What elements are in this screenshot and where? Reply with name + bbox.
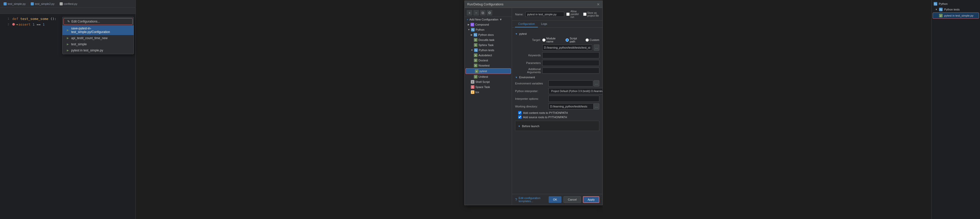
- tree-toolbar: + − ⧉ ⚙: [465, 9, 512, 17]
- docutils-icon: D: [474, 38, 477, 42]
- tree-sphinx[interactable]: S Sphinx Task: [465, 43, 512, 48]
- edit-templates-link[interactable]: Edit configuration templates...: [519, 197, 549, 203]
- interpreter-options-label: Interpreter options:: [515, 97, 548, 100]
- before-launch-title: Before launch: [522, 125, 539, 128]
- tree-autodetect[interactable]: A Autodetect: [465, 53, 512, 58]
- add-config-button[interactable]: +: [467, 10, 473, 16]
- tree-nosetest[interactable]: N Nosetest: [465, 63, 512, 68]
- dialog-footer: ? Edit configuration templates... OK Can…: [512, 194, 602, 205]
- script-path-row: …: [515, 44, 599, 51]
- unittest-icon: U: [474, 75, 477, 79]
- working-dir-row: Working directory: …: [515, 103, 599, 110]
- allow-parallel-checkbox[interactable]: Allow parallel run: [566, 10, 581, 18]
- parameters-label: Parameters: [515, 61, 541, 65]
- run-icon: ▶: [66, 36, 70, 40]
- env-vars-row: Environment variables …: [515, 80, 599, 86]
- copy-config-button[interactable]: ⧉: [480, 10, 486, 16]
- add-source-roots-row: Add source roots to PYTHONPATH: [515, 115, 599, 119]
- custom-radio[interactable]: Custom: [585, 38, 599, 42]
- additional-args-input[interactable]: [542, 68, 599, 74]
- tab-configuration[interactable]: Configuration: [515, 21, 538, 27]
- store-as-project-check[interactable]: [583, 13, 587, 16]
- settings-config-button[interactable]: ⚙: [487, 10, 492, 16]
- chevron-right-icon: ▶: [468, 23, 469, 26]
- right-python-tests[interactable]: ▼ Py Python tests: [932, 6, 980, 12]
- module-name-radio-input[interactable]: [542, 38, 546, 42]
- pytest-item[interactable]: ▶ pytest in test_simple.py: [62, 47, 134, 54]
- name-input[interactable]: [525, 12, 564, 17]
- code-content: assert 1 == 1: [18, 22, 45, 26]
- tab-label: test_simple2.py: [35, 2, 54, 5]
- tree-tox[interactable]: t tox: [465, 90, 512, 95]
- tree-python[interactable]: ▼ Py Python: [465, 27, 512, 32]
- interpreter-select[interactable]: Project Default (Python 3.9 (testit)) D:…: [548, 88, 602, 94]
- tree-space-task[interactable]: S Space Task: [465, 84, 512, 90]
- chevron-down-icon: ▼: [935, 8, 937, 11]
- shell-icon: S: [471, 80, 474, 84]
- plus-icon: +: [467, 18, 468, 21]
- ok-button[interactable]: OK: [549, 196, 562, 203]
- test-simple-item[interactable]: ▶ test_simple: [62, 41, 134, 47]
- cancel-button[interactable]: Cancel: [563, 196, 581, 203]
- tree-python-tests[interactable]: ▼ Py Python tests: [465, 48, 512, 53]
- tree-python-docs[interactable]: ▶ Py Python docs: [465, 32, 512, 37]
- tab-logs[interactable]: Logs: [538, 21, 550, 27]
- add-content-roots-checkbox[interactable]: [518, 111, 522, 114]
- tree-docutils[interactable]: D Docutils task: [465, 37, 512, 43]
- script-path-radio-input[interactable]: [566, 38, 569, 42]
- before-launch-divider: ▼ Before launch: [518, 125, 597, 128]
- right-python-tests-label: Python tests: [944, 8, 960, 11]
- target-radio-group: Module name Script path Custom: [542, 37, 599, 43]
- env-vars-browse-button[interactable]: …: [594, 80, 599, 86]
- run-icon: ▶: [66, 29, 70, 32]
- api-testit-item[interactable]: ▶ api_testit_count_time_new: [62, 35, 134, 41]
- pytest-section: ▼ pytest: [515, 32, 599, 35]
- script-path-radio[interactable]: Script path: [566, 37, 583, 43]
- custom-radio-input[interactable]: [585, 38, 589, 42]
- working-dir-browse-button[interactable]: …: [594, 103, 599, 110]
- close-icon[interactable]: ✕: [597, 2, 600, 6]
- py-tests-icon: Py: [474, 48, 478, 52]
- run-icon: ▶: [66, 49, 70, 52]
- allow-parallel-check[interactable]: [566, 13, 570, 16]
- store-as-project-checkbox[interactable]: Store as project file: [583, 10, 599, 18]
- tab-test-simple2[interactable]: test_simple2.py: [28, 0, 57, 7]
- env-vars-input[interactable]: [548, 80, 593, 86]
- apply-button[interactable]: Apply: [583, 196, 599, 203]
- edit-icon: ✎: [67, 20, 70, 23]
- tree-shell[interactable]: S Shell Script: [465, 79, 512, 84]
- interpreter-options-row: Interpreter options:: [515, 96, 599, 102]
- chevron-down-icon: ▼: [468, 29, 470, 31]
- run-debug-dialog: Run/Debug Configurations ✕ + − ⧉ ⚙ + Add…: [465, 0, 603, 205]
- remove-config-button[interactable]: −: [473, 10, 479, 16]
- save-config-item[interactable]: ▶ save-pytest-in-test_simple.py/Configur…: [62, 25, 134, 35]
- tree-doctest[interactable]: D Doctest: [465, 58, 512, 63]
- script-path-input[interactable]: [542, 44, 592, 51]
- tab-test-simple[interactable]: test_simple.py: [1, 0, 28, 7]
- chevron-down-icon: ▼: [471, 49, 473, 51]
- right-pytest-item[interactable]: p pytest in test_simple.py: [933, 13, 979, 19]
- module-name-radio[interactable]: Module name: [542, 37, 563, 43]
- python-docs-label: Python docs: [478, 33, 494, 36]
- spacer-2: [603, 0, 931, 219]
- browse-script-button[interactable]: …: [594, 44, 599, 51]
- working-dir-input[interactable]: [548, 103, 594, 110]
- save-config-label: save-pytest-in-test_simple.py/Configurat…: [71, 27, 130, 34]
- interpreter-options-input[interactable]: [548, 96, 599, 102]
- tree-unittest[interactable]: U Unittest: [465, 74, 512, 79]
- debug-arrow-icon: →: [16, 22, 18, 26]
- config-main: Name: Allow parallel run Store as projec…: [512, 8, 602, 205]
- add-source-roots-checkbox[interactable]: [518, 115, 522, 119]
- tab-conftest[interactable]: conftest.py: [57, 0, 80, 7]
- right-panel: Py Python ▼ Py Python tests p pytest in …: [931, 0, 980, 219]
- edit-configurations-item[interactable]: ✎ Edit Configurations...: [64, 18, 133, 25]
- target-label: Target:: [515, 38, 541, 41]
- parameters-input[interactable]: [542, 60, 599, 66]
- compound-label: Compound: [475, 23, 489, 26]
- api-testit-label: api_testit_count_time_new: [71, 36, 108, 40]
- sphinx-icon: S: [474, 43, 477, 47]
- tree-pytest[interactable]: p pytest: [465, 68, 511, 74]
- keywords-input[interactable]: [542, 52, 599, 58]
- editor-tabs: test_simple.py test_simple2.py conftest.…: [0, 0, 135, 8]
- tree-compound[interactable]: ▶ C Compound: [465, 22, 512, 27]
